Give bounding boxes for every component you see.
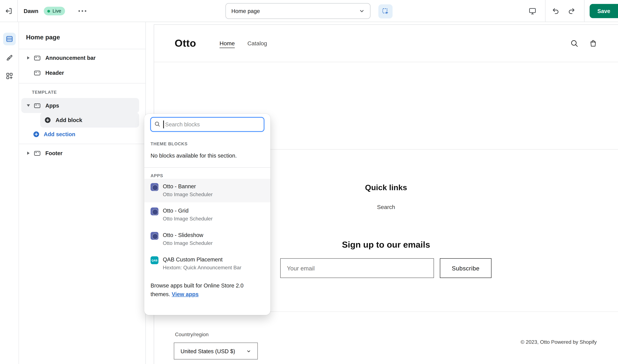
add-block-popover: THEME BLOCKS No blocks available for thi… [144,114,270,315]
store-logo[interactable]: Otto [175,37,196,49]
chevron-down-icon [359,8,365,14]
inspect-icon [382,8,389,15]
store-search-button[interactable] [565,35,583,52]
exit-editor-button[interactable] [0,0,18,22]
live-status-badge: Live [44,7,65,15]
redo-icon [568,7,576,15]
app-block-subtitle: Otto Image Scheduler [163,215,213,223]
inspect-section-button[interactable] [378,4,393,18]
rail-sections-tab[interactable] [3,33,16,45]
section-icon [33,149,41,157]
otto-app-icon [151,232,159,240]
expand-chevron-icon[interactable] [26,152,31,155]
app-block-subtitle: Otto Image Scheduler [163,239,213,247]
section-icon [33,102,41,109]
country-region-label: Country/region [175,332,208,338]
sidebar-item-label: Footer [45,150,63,156]
sidebar-item-label: Announcement bar [45,55,96,61]
copyright-text: © 2023, Otto Powered by Shopify [521,339,597,345]
page-selector-value: Home page [232,8,260,14]
nav-link-catalog[interactable]: Catalog [247,40,267,46]
theme-name: Dawn [24,8,38,14]
undo-icon [552,7,560,15]
divider [19,49,146,49]
sidebar-item-header[interactable]: Header [21,65,139,80]
undo-button[interactable] [548,4,563,18]
add-block-label: Add block [55,117,82,123]
app-block-title: Otto - Slideshow [163,231,213,239]
app-embeds-icon [5,72,13,80]
chevron-down-icon [247,349,251,353]
otto-app-icon [151,183,159,191]
qab-app-icon: QAB [151,256,159,264]
store-cart-button[interactable] [585,35,602,52]
divider [584,0,584,22]
app-block-otto-banner[interactable]: Otto - Banner Otto Image Scheduler [144,179,270,202]
rail-theme-settings-tab[interactable] [3,52,16,64]
add-section-label: Add section [44,131,75,137]
sidebar-item-announcement-bar[interactable]: Announcement bar [21,50,139,65]
app-block-subtitle: Hextom: Quick Announcement Bar [163,263,241,272]
exit-icon [5,7,13,15]
sidebar-item-label: Apps [45,103,59,109]
app-block-otto-slideshow[interactable]: Otto - Slideshow Otto Image Scheduler [144,228,270,251]
collapse-chevron-icon[interactable] [26,104,31,107]
otto-app-icon [151,208,159,215]
app-block-title: QAB Custom Placement [163,256,241,263]
country-selector-value: United States (USD $) [180,348,235,354]
save-button[interactable]: Save [590,4,618,18]
rail-app-embeds-tab[interactable] [3,70,16,82]
no-blocks-message: No blocks available for this section. [151,152,264,159]
plus-circle-icon [33,131,40,138]
app-block-title: Otto - Grid [163,207,213,215]
view-apps-link[interactable]: View apps [172,291,199,297]
search-icon [154,121,161,127]
add-block-button[interactable]: Add block [40,113,139,128]
sidebar-item-footer[interactable]: Footer [21,146,139,161]
search-blocks-input[interactable] [150,117,264,132]
store-nav: Home Catalog [220,25,267,62]
browse-apps-text: Browse apps built for Online Store 2.0 t… [151,281,263,299]
sections-sidebar: Home page Announcement bar Header TEMPLA… [19,22,146,364]
text-caret [163,120,164,128]
sidebar-page-title: Home page [26,34,60,41]
section-icon [33,54,41,62]
sections-icon [5,35,13,43]
page-selector-dropdown[interactable]: Home page [225,3,371,19]
section-icon [33,69,41,77]
divider [19,83,146,83]
desktop-monitor-icon [529,7,536,15]
add-section-button[interactable]: Add section [21,127,139,142]
template-heading: TEMPLATE [32,90,57,94]
subscribe-button[interactable]: Subscribe [440,258,492,278]
sidebar-item-label: Header [45,70,64,76]
topbar: Dawn Live Home page [0,0,618,22]
divider [144,167,270,168]
country-selector[interactable]: United States (USD $) [174,343,258,360]
nav-link-home[interactable]: Home [220,40,235,46]
more-options-button[interactable] [75,7,90,15]
sidebar-item-apps[interactable]: Apps [21,98,139,113]
email-input[interactable] [280,258,434,278]
app-block-otto-grid[interactable]: Otto - Grid Otto Image Scheduler [144,203,270,227]
paintbrush-icon [5,54,13,62]
app-block-subtitle: Otto Image Scheduler [163,190,213,198]
divider [545,0,545,22]
cart-bag-icon [589,39,598,48]
search-icon [570,39,578,48]
theme-editor: Dawn Live Home page [0,0,618,364]
redo-button[interactable] [563,4,579,18]
plus-circle-icon [44,117,51,124]
theme-blocks-heading: THEME BLOCKS [151,141,264,146]
expand-chevron-icon[interactable] [26,56,31,60]
divider [19,144,146,144]
app-block-title: Otto - Banner [163,182,213,190]
apps-heading: APPS [151,173,264,178]
device-preview-button[interactable] [525,4,540,18]
editor-rail [0,22,19,364]
live-dot-icon [47,10,50,12]
storefront-header-section: Otto Home Catalog [154,25,618,62]
app-block-qab-custom-placement[interactable]: QAB QAB Custom Placement Hextom: Quick A… [144,252,270,275]
